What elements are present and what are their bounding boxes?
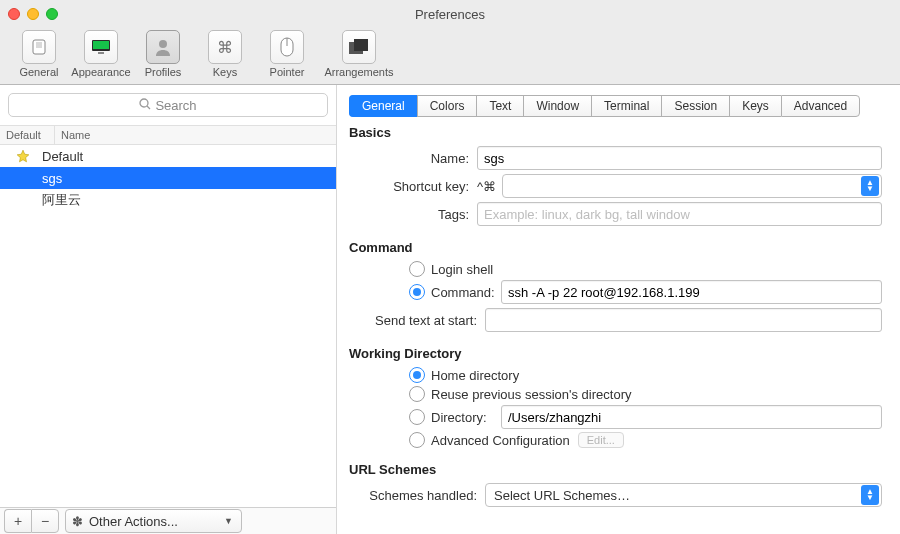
reuse-dir-label: Reuse previous session's directory	[431, 387, 631, 402]
name-label: Name:	[349, 151, 477, 166]
edit-advanced-button: Edit...	[578, 432, 624, 448]
shortcut-select[interactable]: ▲▼	[502, 174, 882, 198]
command-label: Command:	[431, 285, 501, 300]
tab-text[interactable]: Text	[476, 95, 523, 117]
other-actions-menu[interactable]: ✽ Other Actions... ▼	[65, 509, 242, 533]
switch-icon	[22, 30, 56, 64]
toolbar-general[interactable]: General	[8, 28, 70, 78]
toolbar-keys[interactable]: ⌘ Keys	[194, 28, 256, 78]
send-text-input[interactable]	[485, 308, 882, 332]
window-title: Preferences	[0, 7, 900, 22]
name-input[interactable]	[477, 146, 882, 170]
tab-keys[interactable]: Keys	[729, 95, 781, 117]
profile-detail-pane: General Colors Text Window Terminal Sess…	[337, 85, 900, 534]
preferences-window: Preferences General Appearance Profiles …	[0, 0, 900, 534]
search-field[interactable]: Search	[8, 93, 328, 117]
shortcut-modifier: ^⌘	[477, 179, 496, 194]
advanced-config-label: Advanced Configuration	[431, 433, 570, 448]
preference-toolbar: General Appearance Profiles ⌘ Keys Point…	[0, 28, 900, 85]
toolbar-pointer[interactable]: Pointer	[256, 28, 318, 78]
profile-row-default[interactable]: Default	[0, 145, 336, 167]
command-icon: ⌘	[208, 30, 242, 64]
tab-general[interactable]: General	[349, 95, 417, 117]
search-icon	[139, 98, 151, 113]
directory-input[interactable]	[501, 405, 882, 429]
svg-rect-4	[98, 52, 104, 54]
profiles-sidebar: Search Default Name Default sgs 阿里云	[0, 85, 337, 534]
toolbar-appearance[interactable]: Appearance	[70, 28, 132, 78]
chevron-down-icon: ▼	[224, 516, 233, 526]
section-basics-header: Basics	[349, 125, 882, 140]
add-profile-button[interactable]: +	[4, 509, 31, 533]
radio-command[interactable]	[409, 284, 425, 300]
svg-rect-9	[354, 39, 368, 51]
profile-row-sgs[interactable]: sgs	[0, 167, 336, 189]
windows-icon	[342, 30, 376, 64]
tab-terminal[interactable]: Terminal	[591, 95, 661, 117]
profile-tabs: General Colors Text Window Terminal Sess…	[349, 95, 882, 117]
person-icon	[146, 30, 180, 64]
section-command-header: Command	[349, 240, 882, 255]
titlebar: Preferences	[0, 0, 900, 28]
home-dir-label: Home directory	[431, 368, 519, 383]
star-icon	[4, 149, 42, 163]
mouse-icon	[270, 30, 304, 64]
svg-rect-1	[36, 42, 42, 48]
tab-window[interactable]: Window	[523, 95, 591, 117]
stepper-icon: ▲▼	[861, 485, 879, 505]
radio-directory[interactable]	[409, 409, 425, 425]
remove-profile-button[interactable]: −	[31, 509, 59, 533]
tab-advanced[interactable]: Advanced	[781, 95, 860, 117]
toolbar-arrangements[interactable]: Arrangements	[318, 28, 400, 78]
directory-label: Directory:	[431, 410, 501, 425]
command-input[interactable]	[501, 280, 882, 304]
url-schemes-select[interactable]: Select URL Schemes… ▲▼	[485, 483, 882, 507]
profile-row-aliyun[interactable]: 阿里云	[0, 189, 336, 211]
svg-rect-3	[93, 41, 109, 49]
section-url-header: URL Schemes	[349, 462, 882, 477]
send-text-label: Send text at start:	[349, 313, 485, 328]
tags-label: Tags:	[349, 207, 477, 222]
svg-point-10	[140, 99, 148, 107]
tab-session[interactable]: Session	[661, 95, 729, 117]
radio-advanced-config[interactable]	[409, 432, 425, 448]
monitor-icon	[84, 30, 118, 64]
radio-login-shell[interactable]	[409, 261, 425, 277]
profile-list-header: Default Name	[0, 125, 336, 145]
schemes-label: Schemes handled:	[349, 488, 485, 503]
shortcut-label: Shortcut key:	[349, 179, 477, 194]
svg-line-11	[147, 106, 150, 109]
stepper-icon: ▲▼	[861, 176, 879, 196]
sidebar-footer: + − ✽ Other Actions... ▼	[0, 507, 336, 534]
radio-reuse-dir[interactable]	[409, 386, 425, 402]
toolbar-profiles[interactable]: Profiles	[132, 28, 194, 78]
gear-icon: ✽	[72, 514, 83, 529]
tags-input[interactable]	[477, 202, 882, 226]
svg-point-5	[159, 40, 167, 48]
radio-home-dir[interactable]	[409, 367, 425, 383]
section-workingdir-header: Working Directory	[349, 346, 882, 361]
login-shell-label: Login shell	[431, 262, 493, 277]
tab-colors[interactable]: Colors	[417, 95, 477, 117]
